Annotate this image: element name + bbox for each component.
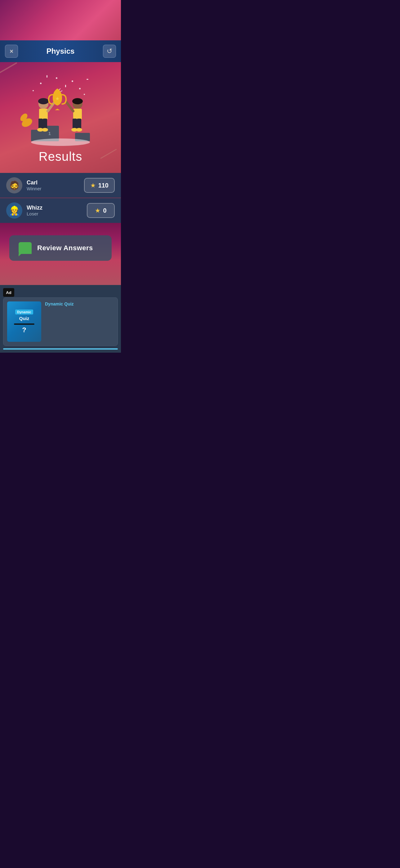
refresh-icon: ↺ <box>107 47 112 55</box>
close-icon: × <box>10 48 13 55</box>
ad-area: Ad Dynamic Quiz ? Dynamic Quiz <box>0 285 121 353</box>
avatar-whizz: 👷 <box>6 203 22 219</box>
score-badge-carl: ★ 110 <box>84 178 115 193</box>
ad-badge: Ad <box>3 288 14 297</box>
player-info-carl: Carl Winner <box>27 180 80 191</box>
score-value-whizz: 0 <box>103 207 106 214</box>
trophy-scene: 1 <box>14 71 107 146</box>
player-row-whizz: 👷 Whizz Loser ★ 0 <box>0 198 121 223</box>
main-area: Review Answers <box>0 223 121 285</box>
header-bar: × Physics ↺ <box>0 40 121 62</box>
svg-line-22 <box>67 102 73 111</box>
ad-thumb-bar <box>14 323 34 325</box>
ad-thumbnail: Dynamic Quiz ? <box>7 302 41 342</box>
player-name-whizz: Whizz <box>27 205 82 211</box>
score-value-carl: 110 <box>98 182 108 189</box>
svg-point-4 <box>31 138 90 146</box>
ad-progress-bar <box>3 348 118 349</box>
svg-point-16 <box>72 98 83 104</box>
scoreboard: 🧔 Carl Winner ★ 110 👷 Whizz Loser ★ 0 <box>0 173 121 223</box>
ad-content[interactable]: Dynamic Quiz ? Dynamic Quiz <box>3 298 118 346</box>
player-status-whizz: Loser <box>27 211 82 216</box>
results-hero: 1 <box>0 62 121 173</box>
svg-line-24 <box>59 89 61 90</box>
svg-rect-7 <box>39 108 48 120</box>
results-title: Results <box>39 150 82 164</box>
star-icon-carl: ★ <box>90 182 96 189</box>
player-name-carl: Carl <box>27 180 80 186</box>
ad-text-area: Dynamic Quiz <box>45 302 114 308</box>
svg-rect-9 <box>43 119 47 129</box>
scene-svg: 1 <box>14 71 107 146</box>
svg-rect-8 <box>38 119 43 129</box>
ad-thumb-label: Dynamic <box>15 310 33 314</box>
chat-icon <box>19 242 32 254</box>
ad-app-name: Dynamic Quiz <box>45 302 114 306</box>
svg-point-21 <box>76 128 82 132</box>
player-row-carl: 🧔 Carl Winner ★ 110 <box>0 173 121 198</box>
svg-rect-19 <box>77 119 81 129</box>
star-icon-whizz: ★ <box>95 207 100 214</box>
svg-line-25 <box>61 91 62 92</box>
svg-rect-18 <box>72 119 77 129</box>
avatar-carl: 🧔 <box>6 177 22 193</box>
review-answers-label: Review Answers <box>37 244 93 252</box>
player-status-carl: Winner <box>27 186 80 191</box>
svg-text:★: ★ <box>55 96 60 101</box>
ad-thumb-title: Quiz <box>19 316 29 321</box>
svg-rect-17 <box>73 108 82 120</box>
svg-point-11 <box>42 128 48 132</box>
page-title: Physics <box>46 47 75 56</box>
close-button[interactable]: × <box>5 45 18 58</box>
player-info-whizz: Whizz Loser <box>27 205 82 216</box>
svg-point-6 <box>38 98 49 104</box>
top-gradient-area <box>0 0 121 40</box>
score-badge-whizz: ★ 0 <box>87 203 115 218</box>
svg-text:1: 1 <box>48 131 51 136</box>
ad-thumb-qmark: ? <box>22 326 26 334</box>
refresh-button[interactable]: ↺ <box>103 45 116 58</box>
review-answers-button[interactable]: Review Answers <box>9 235 112 261</box>
